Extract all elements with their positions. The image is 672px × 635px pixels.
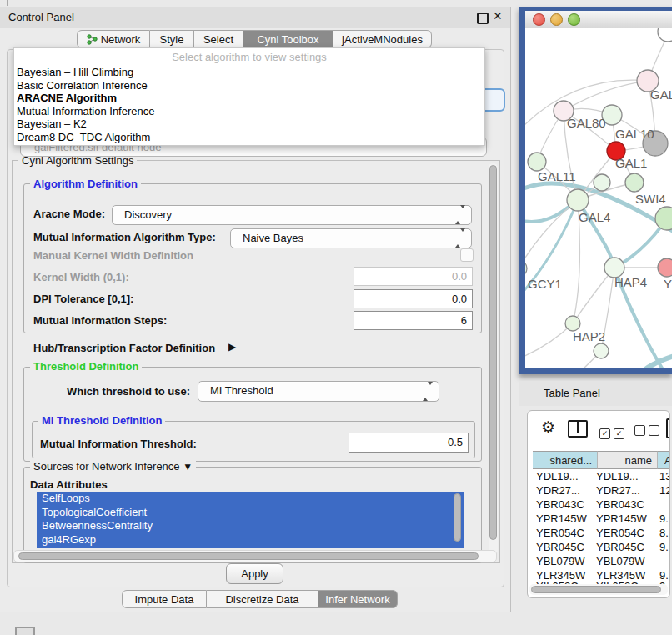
cell[interactable]: 8.: [659, 527, 669, 539]
table-rows[interactable]: YDL19...YDL19...13 YDR27...YDR27...12 YB…: [528, 469, 670, 584]
zoom-traffic-light-icon[interactable]: [568, 13, 580, 26]
apply-button[interactable]: Apply: [226, 563, 283, 584]
sources-expanded-arrow-icon[interactable]: ▼: [183, 461, 193, 472]
table-horizontal-scrollbar[interactable]: [529, 584, 668, 595]
aracne-mode-combo[interactable]: Discovery: [112, 205, 472, 225]
algorithm-dropdown-popup: Select algorithm to view settings Bayesi…: [13, 48, 485, 146]
cell[interactable]: YBL079W: [596, 555, 645, 568]
close-traffic-light-icon[interactable]: [533, 13, 545, 26]
settings-horizontal-scrollbar[interactable]: [13, 550, 497, 562]
float-window-icon[interactable]: [477, 12, 489, 24]
manual-kernel-width-checkbox[interactable]: [460, 248, 474, 262]
cell[interactable]: YBR045C: [536, 541, 584, 553]
node-label-gal80: GAL80: [567, 116, 606, 130]
tab-select-label: Select: [203, 33, 233, 46]
tab-jactivemnodules-label: jActiveMNodules: [342, 33, 423, 46]
node-label-gal4: GAL4: [579, 210, 610, 224]
cell[interactable]: 12: [659, 484, 670, 497]
algorithm-option-dream8[interactable]: Dream8 DC_TDC Algorithm: [17, 131, 480, 144]
tab-cyni-toolbox-label: Cyni Toolbox: [257, 33, 318, 46]
sources-title-text: Sources for Network Inference: [33, 460, 180, 472]
minimized-panel-icon[interactable]: [15, 627, 35, 635]
tab-style[interactable]: Style: [150, 30, 194, 48]
export-table-icon[interactable]: [666, 418, 670, 438]
gear-icon[interactable]: ⚙: [541, 418, 555, 437]
algorithm-option-basic-correlation[interactable]: Basic Correlation Inference: [17, 79, 480, 92]
cell[interactable]: YER054C: [536, 527, 584, 539]
tab-discretize-data-label: Discretize Data: [225, 593, 298, 606]
select-all-checkboxes-icon[interactable]: ✓✓: [599, 424, 628, 439]
node-big-green[interactable]: [655, 207, 672, 230]
cell[interactable]: YBL079W: [536, 555, 585, 568]
which-threshold-combo[interactable]: MI Threshold: [198, 381, 439, 402]
data-attributes-list[interactable]: SelfLoops TopologicalCoefficient Between…: [37, 492, 464, 548]
settings-vertical-scrollbar-thumb[interactable]: [489, 165, 497, 540]
cell[interactable]: YBR045C: [596, 541, 644, 553]
cell[interactable]: YDR27...: [596, 484, 640, 497]
attribute-item-gal4rgexp[interactable]: gal4RGexp: [37, 533, 464, 548]
node-bottom[interactable]: [594, 343, 609, 358]
mi-threshold-field[interactable]: 0.5: [349, 432, 469, 452]
tab-discretize-data[interactable]: Discretize Data: [207, 590, 318, 608]
cell[interactable]: YBR043C: [596, 498, 644, 511]
tab-infer-network[interactable]: Infer Network: [318, 590, 398, 608]
hub-section-label[interactable]: Hub/Transcription Factor Definition: [33, 342, 215, 354]
mi-steps-field[interactable]: 6: [354, 311, 473, 330]
split-columns-icon[interactable]: [568, 420, 588, 438]
cell[interactable]: 9.: [659, 541, 669, 553]
cell[interactable]: 9.: [659, 512, 669, 525]
network-canvas[interactable]: GAL GAL80 GAL10 GAL1 GAL11 SWI4 GAL4 GCY…: [525, 28, 672, 368]
node-swi4[interactable]: [625, 173, 644, 192]
sources-title[interactable]: Sources for Network Inference ▼: [30, 460, 196, 472]
tab-network[interactable]: Network: [77, 30, 150, 48]
cell[interactable]: YDR27...: [536, 484, 580, 497]
column-header-name[interactable]: name: [598, 451, 658, 469]
algorithm-option-bayesian-hill-climbing[interactable]: Bayesian – Hill Climbing: [17, 66, 480, 79]
mi-algorithm-type-label: Mutual Information Algorithm Type:: [33, 231, 216, 243]
kernel-width-label: Kernel Width (0,1):: [33, 271, 129, 283]
attribute-item-betweennesscentrality[interactable]: BetweennessCentrality: [37, 519, 464, 533]
cell[interactable]: YPR145W: [536, 512, 587, 525]
node-top-right[interactable]: [658, 28, 672, 42]
cell[interactable]: YER054C: [596, 527, 644, 539]
tab-select[interactable]: Select: [194, 30, 243, 48]
table-panel-box: ⚙ ✓✓ shared... name A YDL19...YDL19...13…: [527, 410, 670, 598]
kernel-width-field[interactable]: 0.0: [354, 267, 473, 286]
tab-impute-data[interactable]: Impute Data: [122, 590, 207, 608]
node-gal4[interactable]: [567, 189, 589, 211]
node-salmon[interactable]: [658, 258, 672, 277]
attributes-list-scrollbar[interactable]: [454, 493, 461, 542]
table-horizontal-scrollbar-thumb[interactable]: [531, 586, 661, 593]
minimize-traffic-light-icon[interactable]: [550, 13, 563, 26]
attribute-item-topologicalcoefficient[interactable]: TopologicalCoefficient: [37, 506, 464, 520]
node-gcy1[interactable]: [525, 260, 527, 277]
mi-algorithm-type-combo[interactable]: Naive Bayes: [230, 228, 472, 248]
network-window-titlebar[interactable]: [525, 11, 672, 28]
cell[interactable]: YDL19...: [596, 470, 639, 482]
tab-cyni-toolbox[interactable]: Cyni Toolbox: [243, 30, 333, 48]
algorithm-option-bayesian-k2[interactable]: Bayesian – K2: [17, 118, 480, 131]
node-gal1[interactable]: [594, 174, 610, 191]
control-panel-title: Control Panel: [8, 7, 74, 28]
cell[interactable]: YDL19...: [536, 470, 579, 482]
table-panel-titlebar: Table Panel: [519, 381, 672, 406]
node-gal11[interactable]: [528, 152, 546, 171]
column-header-shared-name[interactable]: shared...: [533, 451, 598, 469]
cell[interactable]: YPR145W: [596, 512, 647, 525]
attribute-item-selfloops[interactable]: SelfLoops: [37, 492, 464, 506]
settings-horizontal-scrollbar-thumb[interactable]: [18, 552, 479, 560]
mi-steps-label: Mutual Information Steps:: [33, 314, 167, 327]
algorithm-option-aracne[interactable]: ARACNE Algorithm: [17, 92, 480, 105]
dpi-tolerance-field[interactable]: 0.0: [354, 289, 473, 308]
settings-vertical-scrollbar[interactable]: [489, 163, 498, 555]
hub-collapsed-arrow-icon[interactable]: ▶: [228, 341, 236, 352]
column-header-partial[interactable]: A: [658, 451, 670, 469]
deselect-all-checkboxes-icon[interactable]: [634, 424, 663, 439]
cell[interactable]: YBR043C: [536, 498, 584, 511]
cell[interactable]: 13: [659, 470, 670, 482]
close-icon[interactable]: ✕: [493, 9, 503, 22]
screen: Control Panel ✕ Network Style Select Cyn…: [0, 0, 672, 635]
algorithm-option-mutual-information[interactable]: Mutual Information Inference: [17, 105, 480, 118]
threshold-definition-title: Threshold Definition: [30, 360, 142, 372]
tab-jactivemnodules[interactable]: jActiveMNodules: [333, 30, 432, 48]
